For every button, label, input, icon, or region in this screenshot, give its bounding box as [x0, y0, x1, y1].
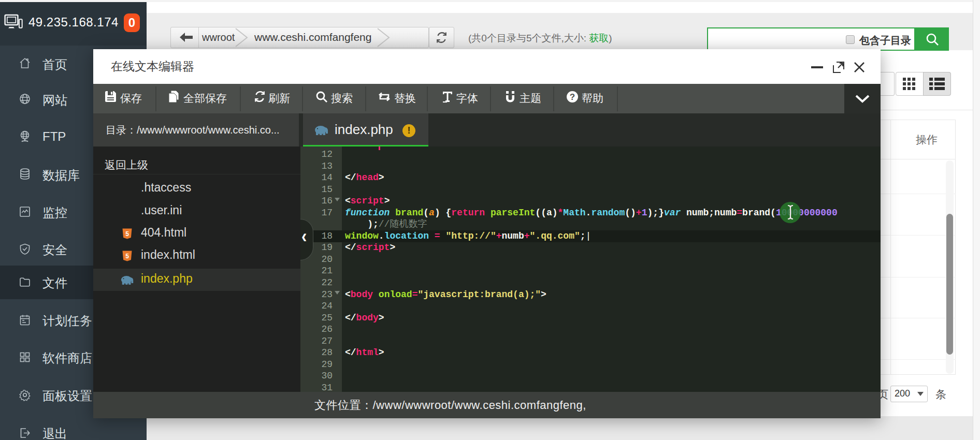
svg-text:5: 5: [125, 253, 129, 260]
svg-text:?: ?: [570, 92, 575, 102]
svg-text:5: 5: [125, 230, 129, 238]
